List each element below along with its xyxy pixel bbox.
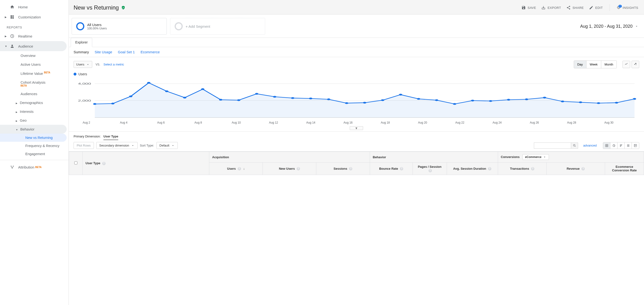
export-icon: [541, 6, 546, 10]
col-revenue[interactable]: Revenue ?: [546, 163, 605, 175]
view-pie-button[interactable]: [610, 142, 618, 149]
time-granularity-toggle: Day Week Month: [574, 61, 617, 68]
data-table: User Type ? Acquisition Behavior Convers…: [69, 152, 644, 175]
nav-geo[interactable]: Geo: [0, 116, 68, 125]
help-icon[interactable]: ?: [400, 167, 403, 170]
subtab-site-usage[interactable]: Site Usage: [94, 50, 112, 54]
col-new-users[interactable]: New Users ?: [263, 163, 316, 175]
insights-button[interactable]: 7 INSIGHTS: [616, 5, 638, 10]
svg-point-42: [543, 97, 546, 99]
nav-overview[interactable]: Overview: [0, 51, 68, 60]
save-button[interactable]: SAVE: [522, 6, 536, 10]
search-input[interactable]: [534, 142, 571, 149]
chart-x-labels: Aug 2Aug 4Aug 6Aug 8Aug 10Aug 12Aug 14Au…: [69, 120, 644, 127]
view-pivot-button[interactable]: [632, 142, 639, 149]
subtabs: Summary Site Usage Goal Set 1 Ecommerce: [69, 47, 644, 57]
col-sessions[interactable]: Sessions ?: [316, 163, 370, 175]
customization-icon: [9, 15, 15, 19]
col-bounce-rate[interactable]: Bounce Rate ?: [370, 163, 412, 175]
svg-point-20: [147, 82, 150, 84]
chart-type-motion-button[interactable]: [632, 61, 639, 68]
subtab-summary[interactable]: Summary: [74, 50, 89, 54]
primary-metric-select[interactable]: Users: [74, 61, 92, 68]
svg-point-40: [507, 99, 510, 101]
advanced-link[interactable]: advanced: [583, 144, 597, 147]
subtab-goal-set-1[interactable]: Goal Set 1: [118, 50, 135, 54]
sort-arrow-down-icon: ↓: [243, 167, 244, 170]
chart-type-line-button[interactable]: [622, 61, 630, 68]
nav-frequency-recency[interactable]: Frequency & Recency: [0, 142, 68, 150]
nav-attribution[interactable]: AttributionBETA: [0, 162, 68, 172]
add-segment-button[interactable]: + Add Segment: [170, 18, 265, 35]
share-button[interactable]: SHARE: [566, 6, 584, 10]
col-pages-session[interactable]: Pages / Session ?: [412, 163, 447, 175]
tabs-row: Explorer: [69, 38, 644, 47]
date-range-picker[interactable]: Aug 1, 2020 - Aug 31, 2020: [580, 24, 638, 29]
nav-attribution-label: Attribution: [18, 165, 34, 169]
time-month[interactable]: Month: [601, 61, 616, 68]
help-icon[interactable]: ?: [102, 162, 106, 165]
sort-type-value: Default: [160, 144, 169, 147]
select-metric-link[interactable]: Select a metric: [104, 63, 124, 66]
nav-active-users[interactable]: Active Users: [0, 60, 68, 69]
table-icon: [605, 144, 608, 147]
svg-point-26: [255, 93, 258, 95]
help-icon[interactable]: ?: [238, 167, 241, 170]
chevron-down-icon: [171, 144, 174, 147]
help-icon[interactable]: ?: [531, 167, 534, 170]
chart-type-buttons: [622, 61, 639, 68]
nav-realtime[interactable]: ▶ Realtime: [0, 31, 68, 41]
nav-audience[interactable]: ▼ Audience: [0, 41, 67, 51]
topbar: New vs Returning SAVE EXPORT SHARE: [69, 0, 644, 14]
nav-cohort-analysis[interactable]: Cohort Analysis BETA: [0, 78, 68, 89]
select-all-checkbox[interactable]: [74, 161, 78, 164]
sort-type-select[interactable]: Default: [156, 142, 178, 149]
nav-customization[interactable]: ▶ Customization: [0, 12, 68, 22]
col-users[interactable]: Users ? ↓: [209, 163, 262, 175]
search-button[interactable]: [571, 142, 578, 149]
clock-icon: [9, 34, 15, 38]
nav-behavior[interactable]: Behavior: [0, 125, 67, 134]
nav-interests[interactable]: Interests: [0, 107, 68, 116]
help-icon[interactable]: ?: [582, 167, 585, 170]
nav-demographics[interactable]: Demographics: [0, 98, 68, 107]
view-performance-button[interactable]: [618, 142, 625, 149]
nav-new-vs-returning[interactable]: New vs Returning: [0, 134, 67, 142]
help-icon[interactable]: ?: [488, 167, 491, 170]
nav-engagement[interactable]: Engagement: [0, 150, 68, 158]
help-icon[interactable]: ?: [297, 167, 300, 170]
view-comparison-button[interactable]: [625, 142, 632, 149]
conversions-select[interactable]: eCommerce: [522, 154, 549, 160]
col-transactions[interactable]: Transactions ?: [498, 163, 546, 175]
expand-chart-button[interactable]: ▼: [350, 126, 363, 130]
svg-point-3: [13, 166, 14, 166]
help-icon[interactable]: ?: [428, 169, 432, 172]
primary-dimension-row: Primary Dimension: User Type: [69, 132, 644, 141]
nav-audiences[interactable]: Audiences: [0, 89, 68, 98]
nav-home[interactable]: Home: [0, 2, 68, 12]
chevron-down-icon: [635, 25, 638, 28]
tab-explorer[interactable]: Explorer: [71, 38, 92, 47]
col-group-conversions: Conversions eCommerce: [498, 152, 644, 163]
segment-all-users[interactable]: All Users 100.00% Users: [72, 18, 167, 35]
nav-lifetime-value-label: Lifetime Value: [20, 72, 43, 76]
view-data-table-button[interactable]: [603, 142, 610, 149]
edit-button[interactable]: EDIT: [589, 6, 603, 10]
col-ecom-conv-rate[interactable]: Ecommerce Conversion Rate: [605, 163, 644, 175]
bubble-chart-icon: [634, 62, 637, 66]
svg-point-22: [183, 97, 186, 99]
insights-icon: 7: [616, 5, 621, 10]
svg-point-5: [569, 6, 570, 7]
export-button[interactable]: EXPORT: [541, 6, 561, 10]
time-day[interactable]: Day: [574, 61, 586, 68]
legend-dot-icon: [74, 73, 76, 76]
help-icon[interactable]: ?: [349, 167, 352, 170]
bars-icon: [620, 144, 623, 147]
col-avg-session-duration[interactable]: Avg. Session Duration ?: [447, 163, 498, 175]
primary-dimension-value[interactable]: User Type: [104, 135, 118, 140]
plot-rows-button[interactable]: Plot Rows: [74, 142, 94, 149]
secondary-dimension-select[interactable]: Secondary dimension: [96, 142, 138, 149]
time-week[interactable]: Week: [586, 61, 601, 68]
nav-lifetime-value[interactable]: Lifetime ValueBETA: [0, 69, 68, 78]
subtab-ecommerce[interactable]: Ecommerce: [140, 50, 160, 54]
